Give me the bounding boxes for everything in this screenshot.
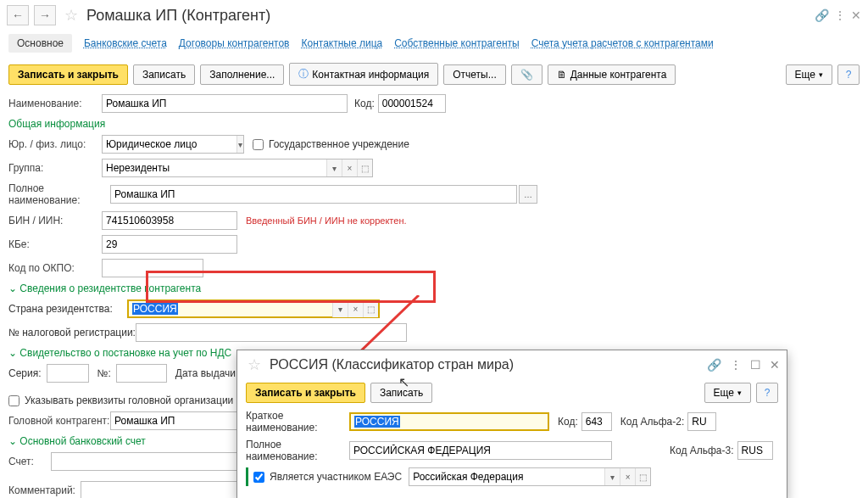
cursor-icon: ↖ — [398, 374, 409, 390]
contact-info-button[interactable]: ⓘКонтактная информация — [289, 63, 438, 86]
bin-label: БИН / ИИН: — [8, 215, 102, 227]
head-agent-label: Головной контрагент: — [8, 415, 110, 427]
save-button[interactable]: Записать — [133, 64, 195, 85]
favorite-star-icon[interactable]: ☆ — [248, 355, 261, 374]
popup-code-input[interactable] — [581, 412, 612, 431]
popup-help-button[interactable]: ? — [756, 383, 778, 403]
taxreg-label: № налоговой регистрации: — [8, 327, 136, 339]
alpha3-input[interactable] — [737, 441, 773, 460]
series-input[interactable] — [47, 364, 89, 383]
country-label: Страна резидентства: — [8, 303, 119, 315]
comment-label: Комментарий: — [8, 484, 81, 496]
short-name-input[interactable]: РОССИЯ — [349, 412, 549, 431]
popup-save-close-button[interactable]: Записать и закрыть — [246, 383, 365, 403]
open-icon[interactable]: ⬚ — [635, 468, 650, 485]
gov-checkbox[interactable] — [253, 139, 264, 150]
more-button[interactable]: Еще ▾ — [786, 64, 832, 85]
account-label: Счет: — [8, 456, 51, 467]
dropdown-icon[interactable]: ▾ — [604, 468, 620, 485]
back-button[interactable]: ← — [7, 5, 29, 25]
tab-own-agents[interactable]: Собственные контрагенты — [394, 37, 519, 49]
maximize-icon[interactable]: ☐ — [750, 358, 761, 372]
open-icon[interactable]: ⬚ — [363, 300, 378, 317]
dropdown-icon[interactable]: ▾ — [326, 159, 342, 176]
code-label: Код: — [354, 98, 375, 109]
num-label: №: — [97, 367, 111, 379]
legal-label: Юр. / физ. лицо: — [8, 138, 102, 150]
fill-button[interactable]: Заполнение... — [200, 64, 284, 85]
attach-button[interactable]: 📎 — [511, 64, 542, 85]
account-input[interactable] — [51, 452, 237, 471]
eaes-checkbox[interactable] — [253, 472, 264, 483]
dropdown-icon[interactable]: ▾ — [332, 300, 348, 317]
alpha3-label: Код Альфа-3: — [670, 445, 734, 456]
full-name-input[interactable] — [349, 441, 612, 460]
kbe-label: КБе: — [8, 238, 102, 250]
close-icon[interactable]: ✕ — [770, 358, 780, 372]
alpha2-input[interactable] — [687, 412, 716, 431]
gov-checkbox-label: Государственное учреждение — [269, 138, 409, 150]
kebab-menu-icon[interactable]: ⋮ — [730, 358, 742, 372]
link-icon[interactable]: 🔗 — [707, 358, 721, 372]
kebab-menu-icon[interactable]: ⋮ — [834, 8, 846, 22]
name-label: Наименование: — [8, 98, 102, 109]
bin-error-text: Введенный БИН / ИИН не корректен. — [246, 215, 407, 226]
num-input[interactable] — [116, 364, 167, 383]
head-org-checkbox[interactable] — [8, 395, 19, 406]
fullname-input[interactable] — [110, 185, 517, 204]
legal-select[interactable]: ▾ — [102, 135, 244, 154]
tab-bank-accounts[interactable]: Банковские счета — [84, 37, 167, 49]
forward-button[interactable]: → — [34, 5, 56, 25]
open-icon[interactable]: ⬚ — [357, 159, 372, 176]
tab-contacts[interactable]: Контактные лица — [301, 37, 382, 49]
popup-title: РОССИЯ (Классификатор стран мира) — [270, 357, 514, 372]
favorite-star-icon[interactable]: ☆ — [64, 6, 78, 25]
date-label: Дата выдачи: — [175, 367, 239, 379]
group-select[interactable]: ▾ × ⬚ — [102, 159, 373, 177]
name-input[interactable] — [102, 94, 348, 113]
series-label: Серия: — [8, 367, 42, 379]
link-icon[interactable]: 🔗 — [815, 8, 829, 22]
popup-more-button[interactable]: Еще ▾ — [704, 383, 751, 403]
annotation-red-box — [146, 271, 436, 303]
full-name-label: Полное наименование: — [246, 439, 349, 462]
eaes-checkbox-label: Является участником ЕАЭС — [270, 471, 402, 483]
dropdown-icon[interactable]: ▾ — [236, 136, 243, 153]
group-label: Группа: — [8, 162, 102, 174]
comment-input[interactable] — [81, 481, 242, 498]
head-org-checkbox-label: Указывать реквизиты головной организации… — [25, 394, 249, 406]
fullname-expand-button[interactable]: … — [519, 185, 537, 204]
taxreg-input[interactable] — [136, 323, 407, 342]
okpo-label: Код по ОКПО: — [8, 262, 102, 274]
code-input[interactable] — [378, 94, 446, 113]
save-close-button[interactable]: Записать и закрыть — [8, 64, 128, 85]
clear-icon[interactable]: × — [342, 159, 357, 176]
head-agent-input[interactable] — [110, 411, 237, 430]
help-button[interactable]: ? — [837, 64, 860, 85]
eaes-country-select[interactable]: ▾ × ⬚ — [409, 467, 651, 486]
short-name-label: Краткое наименование: — [246, 410, 349, 434]
fullname-label: Полное наименование: — [8, 182, 110, 206]
agent-data-button[interactable]: 🗎Данные контрагента — [548, 64, 676, 85]
kbe-input[interactable] — [102, 235, 237, 254]
clear-icon[interactable]: × — [348, 300, 363, 317]
close-icon[interactable]: ✕ — [851, 8, 861, 22]
popup-code-label: Код: — [558, 416, 578, 428]
tab-main[interactable]: Основное — [8, 34, 72, 53]
bin-input[interactable] — [102, 211, 237, 230]
page-title: Ромашка ИП (Контрагент) — [86, 7, 270, 25]
reports-button[interactable]: Отчеты... — [443, 64, 505, 85]
clear-icon[interactable]: × — [620, 468, 635, 485]
section-general: Общая информация — [8, 118, 860, 130]
tab-contracts[interactable]: Договоры контрагентов — [179, 37, 290, 49]
alpha2-label: Код Альфа-2: — [620, 416, 685, 428]
tab-settlement-accounts[interactable]: Счета учета расчетов с контрагентами — [531, 37, 714, 49]
